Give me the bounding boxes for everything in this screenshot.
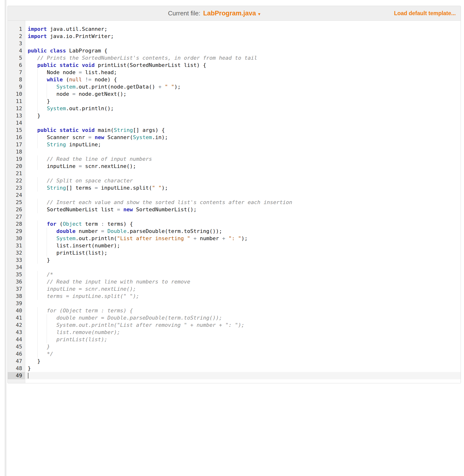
indent-guide [37, 163, 38, 170]
code-line[interactable]: 7 Node node = list.head; [8, 69, 461, 76]
indent-guide [37, 98, 38, 105]
code-line[interactable]: 3 [8, 40, 461, 47]
line-number: 40 [8, 307, 25, 314]
code-line[interactable]: 26 SortedNumberList list = new SortedNum… [8, 206, 461, 213]
code-line[interactable]: 45 } [8, 343, 461, 350]
line-number: 47 [8, 358, 25, 365]
code-text: double number = Double.parseDouble(term.… [25, 228, 461, 235]
code-line[interactable]: 17 String inputLine; [8, 141, 461, 148]
line-number: 49 [8, 372, 25, 379]
line-number: 6 [8, 62, 25, 69]
code-line[interactable]: 19 // Read the line of input numbers [8, 155, 461, 163]
code-text: System.out.println(); [25, 105, 461, 112]
code-text [25, 40, 461, 47]
indent-guide [37, 314, 38, 321]
code-line[interactable]: 36 // Read the input line with numbers t… [8, 278, 461, 285]
indent-guide [37, 278, 38, 285]
indent-guide [37, 271, 38, 278]
code-line[interactable]: 37 inputLine = scnr.nextLine(); [8, 285, 461, 293]
code-line[interactable]: 12 System.out.println(); [8, 105, 461, 112]
code-line[interactable]: 8 while (null != node) { [8, 76, 461, 83]
code-line[interactable]: 20 inputLine = scnr.nextLine(); [8, 163, 461, 170]
file-name-dropdown[interactable]: LabProgram.java ▾ [203, 10, 260, 17]
line-number: 12 [8, 105, 25, 112]
code-line[interactable]: 11 } [8, 98, 461, 105]
code-text: double number = Double.parseDouble(term.… [25, 314, 461, 321]
code-text: import java.util.Scanner; [25, 26, 461, 33]
code-line[interactable]: 10 node = node.getNext(); [8, 90, 461, 98]
code-line[interactable]: 4public class LabProgram { [8, 47, 461, 54]
code-line[interactable]: 35 /* [8, 271, 461, 278]
code-editor[interactable]: 1import java.util.Scanner;2import java.i… [8, 21, 461, 383]
code-text: while (null != node) { [25, 76, 461, 83]
indent-guide [47, 329, 47, 336]
indent-guide [47, 90, 47, 98]
code-line[interactable]: 22 // Split on space character [8, 177, 461, 184]
code-text: String[] terms = inputLine.split(" "); [25, 184, 461, 192]
code-line[interactable]: 29 double number = Double.parseDouble(te… [8, 228, 461, 235]
indent-guide [37, 134, 38, 141]
code-text [25, 192, 461, 199]
code-line[interactable]: 46 */ [8, 350, 461, 358]
code-line[interactable]: 14 [8, 119, 461, 126]
code-line[interactable]: 2import java.io.PrintWriter; [8, 33, 461, 40]
code-text: /* [25, 271, 461, 278]
code-line[interactable]: 5 // Prints the SortedNumberList's conte… [8, 54, 461, 62]
code-text [25, 148, 461, 155]
code-text: for (Object term : terms) { [25, 220, 461, 228]
indent-guide [37, 184, 38, 192]
indent-guide [47, 321, 47, 329]
code-text [25, 372, 461, 379]
indent-guide [37, 321, 38, 329]
code-line[interactable]: 34 [8, 264, 461, 271]
code-line[interactable]: 23 String[] terms = inputLine.split(" ")… [8, 184, 461, 192]
line-number: 4 [8, 47, 25, 54]
code-line[interactable]: 18 [8, 148, 461, 155]
code-text: } [25, 365, 461, 372]
code-text: public static void main(String[] args) { [25, 126, 461, 134]
code-line[interactable]: 27 [8, 213, 461, 220]
load-default-template-link[interactable]: Load default template... [394, 10, 456, 16]
code-line[interactable]: 21 [8, 170, 461, 177]
code-line[interactable]: 47 } [8, 358, 461, 365]
code-line[interactable]: 31 list.insert(number); [8, 242, 461, 249]
indent-guide [37, 329, 38, 336]
code-line[interactable]: 1import java.util.Scanner; [8, 26, 461, 33]
code-line[interactable]: 30 System.out.println("List after insert… [8, 235, 461, 242]
code-text: node = node.getNext(); [25, 90, 461, 98]
code-line[interactable]: 44 printList(list); [8, 336, 461, 343]
code-line[interactable]: 16 Scanner scnr = new Scanner(System.in)… [8, 134, 461, 141]
code-line[interactable]: 15 public static void main(String[] args… [8, 126, 461, 134]
indent-guide [37, 249, 38, 257]
code-text: // Prints the SortedNumberList's content… [25, 54, 461, 62]
code-line[interactable]: 9 System.out.print(node.getData() + " ")… [8, 83, 461, 90]
code-line[interactable]: 28 for (Object term : terms) { [8, 220, 461, 228]
code-line[interactable]: 38 terms = inputLine.split(" "); [8, 293, 461, 300]
code-line[interactable]: 39 [8, 300, 461, 307]
code-line[interactable]: 25 // Insert each value and show the sor… [8, 199, 461, 206]
line-number: 44 [8, 336, 25, 343]
code-text [25, 213, 461, 220]
code-line[interactable]: 24 [8, 192, 461, 199]
line-number: 29 [8, 228, 25, 235]
indent-guide [37, 228, 38, 235]
code-line[interactable]: 6 public static void printList(SortedNum… [8, 62, 461, 69]
line-number: 27 [8, 213, 25, 220]
code-line[interactable]: 43 list.remove(number); [8, 329, 461, 336]
file-name: LabProgram.java [203, 10, 256, 17]
indent-guide [37, 350, 38, 358]
code-text: list.insert(number); [25, 242, 461, 249]
code-text: Scanner scnr = new Scanner(System.in); [25, 134, 461, 141]
code-line[interactable]: 40 for (Object term : terms) { [8, 307, 461, 314]
code-line[interactable]: 32 printList(list); [8, 249, 461, 257]
line-number: 24 [8, 192, 25, 199]
code-line[interactable]: 13 } [8, 112, 461, 119]
code-text: System.out.println("List after inserting… [25, 235, 461, 242]
code-line[interactable]: 42 System.out.println("List after removi… [8, 321, 461, 329]
code-line[interactable]: 48} [8, 365, 461, 372]
code-text: // Read the line of input numbers [25, 155, 461, 163]
code-line[interactable]: 33 } [8, 257, 461, 264]
code-line[interactable]: 49 [8, 372, 461, 379]
code-line[interactable]: 41 double number = Double.parseDouble(te… [8, 314, 461, 321]
indent-guide [37, 141, 38, 148]
